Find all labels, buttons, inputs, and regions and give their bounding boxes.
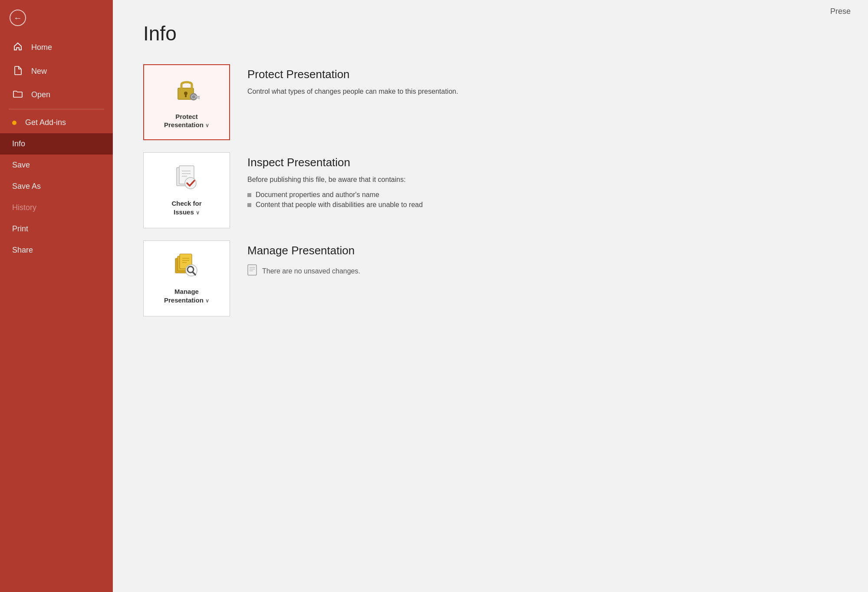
unsaved-row: There are no unsaved changes. bbox=[247, 264, 360, 278]
sidebar-item-info[interactable]: Info bbox=[0, 133, 113, 155]
new-icon bbox=[12, 66, 23, 77]
open-icon bbox=[12, 89, 23, 100]
protect-desc: Control what types of changes people can… bbox=[247, 86, 458, 97]
unsaved-doc-icon bbox=[247, 264, 257, 278]
protect-row: ProtectPresentation ∨ Protect Presentati… bbox=[143, 64, 838, 140]
bullet-text-1: Document properties and author's name bbox=[256, 191, 379, 199]
manage-section-text: Manage Presentation There are no unsaved… bbox=[247, 240, 360, 278]
inspect-section-text: Inspect Presentation Before publishing t… bbox=[247, 152, 423, 209]
back-icon: ← bbox=[10, 10, 26, 26]
sidebar-item-save-as[interactable]: Save As bbox=[0, 176, 113, 197]
bullet-item-2: Content that people with disabilities ar… bbox=[247, 201, 423, 209]
back-button[interactable]: ← bbox=[0, 0, 113, 36]
sidebar: ← Home New bbox=[0, 0, 113, 592]
sidebar-item-new[interactable]: New bbox=[0, 59, 113, 83]
manage-icon bbox=[174, 252, 200, 283]
sidebar-item-save[interactable]: Save bbox=[0, 155, 113, 176]
sidebar-item-share-label: Share bbox=[12, 246, 33, 255]
bullet-text-2: Content that people with disabilities ar… bbox=[256, 201, 423, 209]
manage-row: ManagePresentation ∨ Manage Presentation… bbox=[143, 240, 838, 316]
protect-card-label: ProtectPresentation ∨ bbox=[164, 112, 209, 129]
protect-icon bbox=[174, 75, 200, 108]
svg-rect-7 bbox=[197, 97, 198, 99]
inspect-row: Check forIssues ∨ Inspect Presentation B… bbox=[143, 152, 838, 228]
top-right-label: Prese bbox=[830, 7, 851, 16]
svg-rect-24 bbox=[248, 265, 256, 275]
sidebar-divider bbox=[9, 109, 104, 109]
sidebar-item-print-label: Print bbox=[12, 224, 28, 234]
inspect-title: Inspect Presentation bbox=[247, 156, 423, 169]
addins-dot-icon bbox=[12, 121, 16, 125]
protect-title: Protect Presentation bbox=[247, 68, 458, 81]
sidebar-item-addins-label: Get Add-ins bbox=[25, 118, 66, 127]
check-chevron: ∨ bbox=[196, 210, 200, 216]
svg-rect-2 bbox=[185, 94, 187, 97]
sidebar-item-share[interactable]: Share bbox=[0, 240, 113, 261]
info-section: ProtectPresentation ∨ Protect Presentati… bbox=[143, 64, 838, 316]
inspect-desc: Before publishing this file, be aware th… bbox=[247, 174, 423, 185]
sidebar-item-history: History bbox=[0, 197, 113, 218]
sidebar-item-home[interactable]: Home bbox=[0, 36, 113, 59]
sidebar-nav: Home New Open Get Add-in bbox=[0, 36, 113, 592]
bullet-icon-1 bbox=[247, 193, 251, 197]
bullet-icon-2 bbox=[247, 203, 251, 207]
main-content: Prese Info bbox=[113, 0, 868, 592]
protect-section-text: Protect Presentation Control what types … bbox=[247, 64, 458, 97]
sidebar-item-history-label: History bbox=[12, 203, 36, 212]
sidebar-item-save-as-label: Save As bbox=[12, 182, 41, 191]
sidebar-item-save-label: Save bbox=[12, 161, 30, 170]
svg-point-4 bbox=[192, 95, 195, 98]
sidebar-item-open[interactable]: Open bbox=[0, 83, 113, 106]
bullet-item-1: Document properties and author's name bbox=[247, 191, 423, 199]
home-icon bbox=[12, 42, 23, 53]
sidebar-item-open-label: Open bbox=[31, 90, 50, 99]
manage-presentation-button[interactable]: ManagePresentation ∨ bbox=[143, 240, 230, 316]
unsaved-text: There are no unsaved changes. bbox=[262, 267, 360, 275]
svg-rect-5 bbox=[195, 96, 200, 98]
check-for-issues-button[interactable]: Check forIssues ∨ bbox=[143, 152, 230, 228]
sidebar-item-addins[interactable]: Get Add-ins bbox=[0, 112, 113, 133]
sidebar-item-new-label: New bbox=[31, 67, 47, 76]
sidebar-item-info-label: Info bbox=[12, 139, 25, 148]
protect-chevron: ∨ bbox=[205, 122, 209, 128]
sidebar-item-print[interactable]: Print bbox=[0, 218, 113, 240]
svg-rect-6 bbox=[198, 97, 200, 99]
sidebar-item-home-label: Home bbox=[31, 43, 52, 52]
check-card-label: Check forIssues ∨ bbox=[171, 199, 201, 216]
check-icon bbox=[174, 164, 199, 195]
inspect-bullet-list: Document properties and author's name Co… bbox=[247, 191, 423, 209]
page-title: Info bbox=[143, 22, 838, 45]
protect-presentation-button[interactable]: ProtectPresentation ∨ bbox=[143, 64, 230, 140]
manage-title: Manage Presentation bbox=[247, 244, 360, 257]
manage-chevron: ∨ bbox=[205, 298, 209, 304]
manage-card-label: ManagePresentation ∨ bbox=[164, 287, 209, 304]
